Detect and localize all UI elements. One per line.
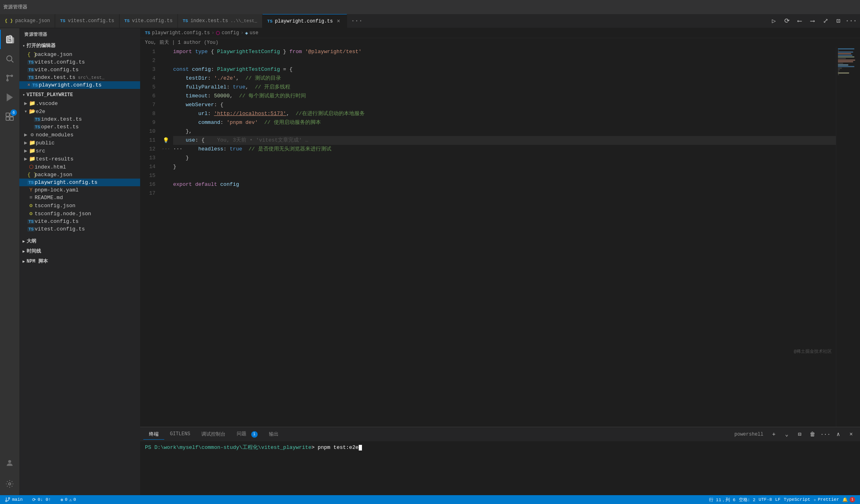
- folder-src[interactable]: ▶ 📁 src: [19, 147, 140, 155]
- terminal-layout-button[interactable]: ⊟: [794, 429, 805, 440]
- folder-e2e[interactable]: ▾ 📂 e2e: [19, 107, 140, 115]
- open-file-index-test[interactable]: TS index.test.ts src\_test_: [19, 74, 140, 81]
- terminal-tab-problems[interactable]: 问题 1: [231, 429, 263, 440]
- svg-point-4: [11, 75, 13, 77]
- debug-button[interactable]: ⟳: [781, 15, 792, 27]
- terminal-content[interactable]: PS D:\work\myself\common-study\工程化\vites…: [140, 441, 860, 495]
- section-timeline[interactable]: ▶ 时间线: [19, 246, 140, 256]
- tab-icon-index-test: TS: [183, 19, 188, 23]
- settings-activity-icon[interactable]: [0, 474, 19, 494]
- folder-public[interactable]: ▶ 📁 public: [19, 139, 140, 147]
- error-icon: ⊗: [60, 497, 63, 502]
- section-npm[interactable]: ▶ NPM 脚本: [19, 256, 140, 266]
- account-activity-icon[interactable]: [0, 453, 19, 473]
- breadcrumb: TS playwright.config.ts › ⬡ config › ◈ u…: [140, 28, 860, 38]
- folder-node-modules[interactable]: ▶ ⚙ node_modules: [19, 131, 140, 139]
- status-eol[interactable]: LF: [773, 497, 782, 502]
- terminal-tab-terminal[interactable]: 终端: [143, 429, 164, 440]
- status-branch[interactable]: main: [3, 495, 24, 504]
- section-project[interactable]: ▾ VITEST_PLAYWRITE: [19, 91, 140, 99]
- tab-vitest-config[interactable]: TS vitest.config.ts: [55, 14, 119, 28]
- status-formatter[interactable]: ✧ Prettier: [812, 497, 841, 502]
- file-vitest-config-root[interactable]: TS vitest.config.ts: [19, 225, 140, 233]
- run-activity-icon[interactable]: [0, 88, 19, 107]
- tab-package-json[interactable]: { } package.json: [0, 14, 55, 28]
- json-icon-tsconfig-node: ⚙: [27, 210, 35, 217]
- chevron-public: ▶: [24, 140, 27, 146]
- formatter-text: Prettier: [818, 497, 839, 502]
- encoding-text: UTF-8: [759, 497, 772, 502]
- yaml-icon: Y: [27, 187, 35, 193]
- folder-vscode[interactable]: ▶ 📁 .vscode: [19, 99, 140, 107]
- breadcrumb-use[interactable]: use: [250, 30, 258, 36]
- folder-src-icon: 📁: [29, 148, 36, 154]
- explorer-icon[interactable]: [0, 30, 19, 49]
- file-pnpm-lock[interactable]: Y pnpm-lock.yaml: [19, 186, 140, 194]
- spaces-text: 空格: 2: [739, 497, 756, 503]
- terminal-add-button[interactable]: +: [768, 429, 779, 440]
- terminal-scroll-up[interactable]: ∧: [833, 429, 844, 440]
- svg-point-15: [8, 498, 10, 499]
- status-spaces[interactable]: 空格: 2: [737, 497, 757, 503]
- file-package-json[interactable]: { } package.json: [19, 171, 140, 179]
- breadcrumb-file[interactable]: playwright.config.ts: [152, 30, 210, 36]
- split-left-button[interactable]: ⟵: [794, 15, 805, 27]
- terminal-split-select[interactable]: ⌄: [781, 429, 792, 440]
- status-cursor-pos[interactable]: 行 11，列 6: [707, 497, 737, 503]
- file-e2e-index-test[interactable]: TS index.test.ts: [19, 115, 140, 123]
- code-line-7: webServer: {: [173, 101, 836, 109]
- terminal-prompt: PS D:\work\myself\common-study\工程化\vites…: [145, 444, 311, 451]
- file-tsconfig-node[interactable]: ⚙ tsconfig.node.json: [19, 210, 140, 218]
- split-editor-button[interactable]: ⊡: [833, 15, 844, 27]
- preview-button[interactable]: ⤢: [820, 15, 831, 27]
- terminal-trash-button[interactable]: 🗑: [807, 429, 818, 440]
- folder-src-name: src: [36, 148, 45, 154]
- file-playwright-config[interactable]: TS playwright.config.ts: [19, 179, 140, 186]
- split-right-button[interactable]: ⟶: [807, 15, 818, 27]
- terminal-close-button[interactable]: ×: [846, 429, 857, 440]
- section-outline[interactable]: ▶ 大纲: [19, 236, 140, 246]
- more-actions-button[interactable]: ···: [846, 15, 857, 27]
- tab-close-playwright[interactable]: ×: [335, 18, 342, 25]
- chevron-src: ▶: [24, 148, 27, 154]
- lightbulb-icon[interactable]: 💡: [163, 137, 169, 144]
- git-activity-icon[interactable]: [0, 68, 19, 88]
- terminal-more-button[interactable]: ···: [820, 429, 831, 440]
- terminal-tab-gitlens[interactable]: GITLENS: [164, 430, 196, 439]
- extensions-activity-icon[interactable]: 6: [0, 107, 19, 126]
- code-line-15: [173, 171, 836, 180]
- open-file-vitest[interactable]: TS vitest.config.ts: [19, 58, 140, 66]
- shell-label: powershell: [731, 432, 767, 437]
- status-notification[interactable]: 🔔 1: [841, 497, 857, 502]
- svg-point-5: [7, 80, 8, 81]
- section-outline-label: 大纲: [27, 238, 36, 245]
- tab-overflow[interactable]: ···: [347, 14, 367, 28]
- terminal-tab-debug[interactable]: 调试控制台: [196, 429, 231, 440]
- open-file-playwright[interactable]: × TS playwright.config.ts: [19, 81, 140, 89]
- open-file-package-json[interactable]: { } package.json: [19, 51, 140, 58]
- code-content[interactable]: import type { PlaywrightTestConfig } fro…: [172, 47, 836, 427]
- folder-test-results[interactable]: ▶ 📁 test-results: [19, 155, 140, 163]
- open-file-vite[interactable]: TS vite.config.ts: [19, 66, 140, 74]
- status-language[interactable]: TypeScript: [782, 497, 812, 502]
- file-tsconfig[interactable]: ⚙ tsconfig.json: [19, 202, 140, 210]
- file-e2e-oper-test[interactable]: TS oper.test.ts: [19, 123, 140, 131]
- fold-dots[interactable]: ···: [161, 146, 170, 152]
- chevron-test-results: ▶: [24, 156, 27, 162]
- status-encoding[interactable]: UTF-8: [757, 497, 773, 502]
- tab-index-test[interactable]: TS index.test.ts ..\\_test_: [178, 14, 263, 28]
- status-sync[interactable]: ⟳ 0↓ 0↑: [31, 495, 52, 504]
- tab-playwright-config[interactable]: TS playwright.config.ts ×: [263, 14, 347, 28]
- terminal-tab-output[interactable]: 输出: [263, 429, 284, 440]
- search-activity-icon[interactable]: [0, 49, 19, 68]
- file-vite-config-root[interactable]: TS vite.config.ts: [19, 218, 140, 225]
- section-open-editors[interactable]: ▾ 打开的编辑器: [19, 41, 140, 51]
- run-button[interactable]: ▷: [768, 15, 779, 27]
- breadcrumb-config[interactable]: config: [221, 30, 239, 36]
- status-errors[interactable]: ⊗ 0 ⚠ 0: [59, 495, 77, 504]
- code-editor[interactable]: 12345 678910 1112131415 1617 💡 ··· impor…: [140, 47, 860, 427]
- file-readme[interactable]: ≡ README.md: [19, 194, 140, 202]
- tab-vite-config[interactable]: TS vite.config.ts: [120, 14, 178, 28]
- file-index-html[interactable]: ⬡ index.html: [19, 163, 140, 171]
- open-file-name-index-test: index.test.ts: [35, 74, 75, 80]
